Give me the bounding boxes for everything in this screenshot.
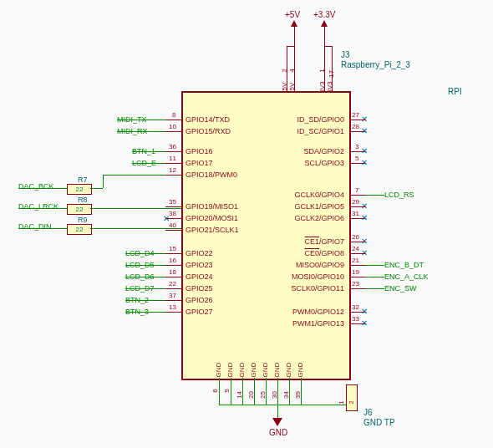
pn-22: 22 — [169, 280, 176, 288]
r-s1 — [349, 120, 365, 120]
pin-gclk0: GCLK0/GPIO4 — [294, 191, 344, 199]
net-dac-bck: DAC_BCK — [18, 182, 54, 191]
pn-27: 27 — [352, 111, 359, 119]
wr7r — [90, 188, 103, 189]
j6-body — [346, 384, 358, 411]
wr7v — [103, 175, 104, 188]
pn-11: 11 — [169, 155, 176, 162]
net-enc-b: ENC_B_DT — [384, 261, 424, 269]
pin-3v3-label2: 3V3 — [326, 81, 333, 93]
r7-ref: R7 — [78, 176, 88, 184]
ce0-rest: /GPIO8 — [319, 249, 344, 257]
pn-26: 26 — [352, 233, 359, 241]
r-s3 — [349, 151, 365, 152]
pn-33: 33 — [352, 315, 359, 323]
gnd-l7: GND — [285, 363, 292, 378]
pn-18: 18 — [169, 268, 176, 276]
r-s11 — [349, 277, 365, 277]
r-s4 — [349, 163, 365, 164]
r9: 22 — [67, 224, 92, 235]
s13 — [165, 300, 181, 301]
gw5 — [266, 378, 267, 405]
r-s8 — [349, 242, 365, 242]
pn-32: 32 — [352, 303, 359, 311]
power-3v3: +3.3V — [313, 10, 335, 19]
pin-gpio19: GPIO19/MISO1 — [186, 202, 238, 211]
gnd-symbol — [272, 418, 282, 426]
gw4 — [254, 378, 255, 405]
gw1 — [219, 378, 220, 405]
pin-ce1-wrap: CE1/GPIO7 — [304, 237, 344, 246]
net-lcd-rs: LCD_RS — [384, 191, 414, 199]
gw3 — [242, 378, 243, 405]
s10 — [165, 265, 181, 266]
r9-ref: R9 — [78, 216, 88, 224]
pin-gpio23: GPIO23 — [186, 261, 213, 269]
arrow-5v — [291, 20, 297, 27]
pin-gpio25: GPIO25 — [186, 284, 213, 293]
net-dac-lrck: DAC_LRCK — [18, 202, 58, 211]
s12 — [165, 288, 181, 289]
j6-2: 2 — [348, 400, 355, 404]
s9 — [165, 253, 181, 254]
pn-15: 15 — [169, 245, 176, 252]
gnd-l2: GND — [226, 363, 234, 378]
r8: 22 — [67, 204, 92, 215]
gw2 — [231, 378, 231, 405]
pin-idsd: ID_SD/GPIO0 — [297, 115, 344, 124]
gnd-text: GND — [269, 428, 287, 437]
pin-pwm1: PWM1/GPIO13 — [292, 319, 344, 328]
s1 — [165, 120, 181, 120]
gnd-l3: GND — [238, 363, 246, 378]
pn-9: 9 — [223, 389, 231, 392]
pin-5v-label1: 5V — [281, 83, 288, 91]
pn-24: 24 — [352, 245, 359, 252]
pn-8: 8 — [172, 111, 175, 119]
net-dac-din: DAC_DIN — [18, 222, 52, 231]
pin-4: 4 — [288, 69, 296, 72]
ce0-ov: CE0 — [304, 249, 319, 257]
wr7l — [18, 188, 67, 189]
net-enc-sw: ENC_SW — [384, 284, 417, 293]
s4 — [165, 163, 181, 164]
r-s10 — [349, 265, 365, 266]
pn-28: 28 — [352, 123, 359, 130]
s2 — [165, 131, 181, 132]
pn-6: 6 — [211, 389, 219, 392]
gwmain — [277, 405, 278, 418]
pn-21: 21 — [352, 257, 359, 264]
pin-gpio26: GPIO26 — [186, 296, 213, 304]
pin-gpio16: GPIO16 — [186, 147, 213, 155]
gw8 — [301, 378, 302, 405]
wire-3v3-h — [324, 46, 333, 47]
r-s14 — [349, 323, 365, 324]
power-5v: +5V — [285, 10, 300, 19]
pin-gpio22: GPIO22 — [186, 249, 213, 257]
pn-12: 12 — [169, 166, 176, 174]
s5 — [165, 175, 181, 176]
pin-gpio17: GPIO17 — [186, 159, 213, 167]
r-s12 — [349, 288, 365, 289]
rpi-label: RPI — [448, 87, 462, 96]
s8 — [165, 230, 181, 231]
j6-name: GND TP — [363, 418, 395, 427]
pin-miso0: MISO0/GPIO9 — [296, 261, 344, 269]
r-s9 — [349, 253, 365, 254]
pin-gpio18: GPIO18/PWM0 — [186, 171, 237, 179]
pin-gpio27: GPIO27 — [186, 308, 213, 316]
pn-5: 5 — [355, 155, 358, 162]
pin-idsc: ID_SC/GPIO1 — [297, 127, 344, 135]
pn-38: 38 — [169, 210, 176, 217]
j6w — [328, 405, 346, 405]
j6-1: 1 — [338, 400, 345, 404]
pin-gpio21: GPIO21/SCLK1 — [186, 226, 239, 234]
r-s5 — [349, 195, 365, 196]
pin-ce0-wrap: CE0/GPIO8 — [304, 249, 344, 257]
pin-5v-label2: 5V — [288, 83, 296, 91]
j3-ref: J3 — [341, 50, 350, 59]
wire-5v — [294, 27, 295, 91]
gnd-l4: GND — [250, 363, 257, 378]
pin-gpio15: GPIO15/RXD — [186, 127, 231, 135]
gw7 — [289, 378, 290, 405]
r-s6 — [349, 206, 365, 207]
